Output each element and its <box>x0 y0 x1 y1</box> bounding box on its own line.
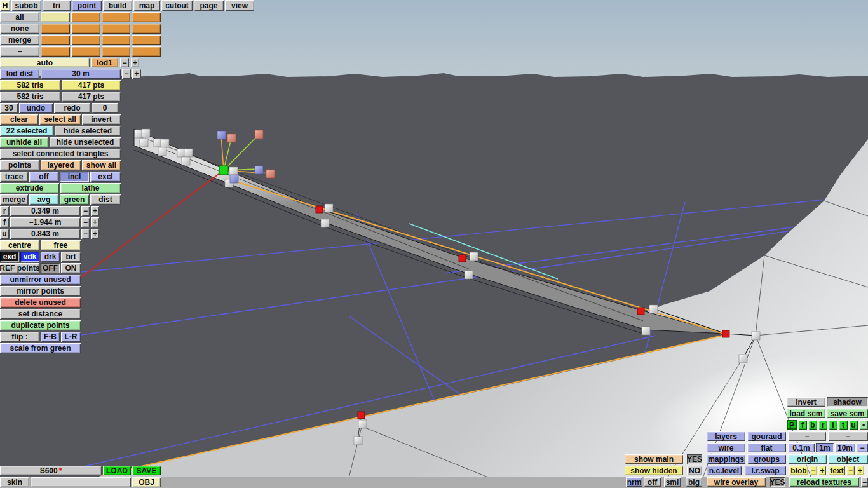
blob-minus[interactable]: − <box>810 466 817 475</box>
scm-slot-b[interactable]: b <box>808 420 817 430</box>
load-scm[interactable]: load scm <box>787 409 825 418</box>
model-name[interactable]: S600* <box>0 466 102 475</box>
undo-button[interactable]: undo <box>19 103 53 113</box>
mappings-button[interactable]: mappings <box>707 454 745 464</box>
shadow-toggle[interactable]: shadow <box>827 397 868 407</box>
scm-slot-p[interactable]: P <box>787 420 797 430</box>
unhide-all[interactable]: unhide all <box>0 137 48 147</box>
wire-nrm[interactable]: nrm <box>626 477 642 487</box>
ref-points-label[interactable]: REF points <box>0 263 39 273</box>
subobj-cell-r3c2[interactable] <box>71 35 100 45</box>
wire-off[interactable]: off <box>644 477 661 487</box>
scale-from-green[interactable]: scale from green <box>0 343 81 353</box>
blob-plus[interactable]: + <box>818 466 826 475</box>
subobj-cell-r4c1[interactable] <box>41 46 70 57</box>
centre-mode[interactable]: centre <box>0 240 39 250</box>
redo-button[interactable]: redo <box>54 103 90 113</box>
r-plus[interactable]: + <box>91 206 99 216</box>
wire-overlay-yes[interactable]: YES <box>770 477 785 487</box>
subobj-cell-r1c3[interactable] <box>102 12 130 22</box>
show-hidden-no[interactable]: NO <box>687 466 702 475</box>
subobj-cell-r2c3[interactable] <box>102 24 130 34</box>
scm-slot-r[interactable]: r <box>818 420 827 430</box>
shade-vdk[interactable]: vdk <box>20 252 39 262</box>
blob-button[interactable]: blob <box>789 466 808 475</box>
gouraud-button[interactable]: gouraud <box>747 431 786 441</box>
extrude-button[interactable]: extrude <box>0 183 59 193</box>
f-axis-label[interactable]: f <box>0 217 9 227</box>
grid-0-1m[interactable]: 0.1m <box>788 443 815 452</box>
wire-button[interactable]: wire <box>707 443 745 452</box>
menu-subob[interactable]: subob <box>11 0 41 11</box>
show-main-yes[interactable]: YES <box>687 454 702 464</box>
menu-build[interactable]: build <box>103 0 132 11</box>
duplicate-points[interactable]: duplicate points <box>0 320 81 330</box>
scm-slot-minus-2[interactable]: − <box>828 431 868 441</box>
lod-auto[interactable]: auto <box>0 58 90 67</box>
lr-swap[interactable]: l.r.swap <box>745 466 786 475</box>
lod-dist-minus[interactable]: − <box>122 69 131 79</box>
shade-drk[interactable]: drk <box>41 252 60 262</box>
unmirror-unused[interactable]: unmirror unused <box>0 274 81 285</box>
clear-selection[interactable]: clear <box>0 114 38 125</box>
show-main[interactable]: show main <box>625 454 683 464</box>
points-mode[interactable]: points <box>0 160 39 170</box>
grid-10m[interactable]: 10m <box>835 443 855 452</box>
show-all-mode[interactable]: show all <box>82 160 121 170</box>
subobj-cell-r4c2[interactable] <box>71 46 100 57</box>
invert-selection[interactable]: invert <box>82 114 121 125</box>
merge-green[interactable]: green <box>60 194 89 205</box>
trace-label[interactable]: trace <box>0 172 28 182</box>
r-value[interactable]: 0.349 m <box>10 206 80 216</box>
scm-slot-l[interactable]: l <box>829 420 837 430</box>
u-plus[interactable]: + <box>91 229 99 239</box>
lod-dist-value[interactable]: 30 m <box>41 69 121 79</box>
menu-page[interactable]: page <box>194 0 224 11</box>
shade-exd[interactable]: exd <box>0 252 19 262</box>
ref-points-off[interactable]: OFF <box>41 263 60 273</box>
scm-slot-u[interactable]: u <box>849 420 858 430</box>
scm-slot-minus-1[interactable]: − <box>788 431 826 441</box>
merge-avg[interactable]: avg <box>29 194 58 205</box>
flip-label[interactable]: flip : <box>0 332 39 342</box>
subobj-cell-r1c2[interactable] <box>71 12 100 22</box>
subobj-cell-r2c4[interactable] <box>132 24 161 34</box>
wire-big[interactable]: big <box>686 477 702 487</box>
show-hidden[interactable]: show hidden <box>625 466 683 475</box>
save-scm[interactable]: save scm <box>827 409 868 418</box>
subobj-minus[interactable]: − <box>0 46 39 57</box>
nc-level[interactable]: n.c.level <box>707 466 742 475</box>
menu-tri[interactable]: tri <box>43 0 71 11</box>
u-value[interactable]: 0.843 m <box>10 229 80 239</box>
menu-point-active[interactable]: point <box>72 0 102 11</box>
menu-view[interactable]: view <box>225 0 254 11</box>
subobj-merge[interactable]: merge <box>0 35 39 45</box>
obj-export[interactable]: OBJ <box>132 477 161 487</box>
save-button[interactable]: SAVE <box>132 466 161 475</box>
merge-points[interactable]: merge <box>0 194 28 205</box>
grid-minus[interactable]: − <box>857 443 868 452</box>
r-minus[interactable]: − <box>81 206 90 216</box>
lod-plus[interactable]: + <box>131 58 139 67</box>
delete-unused[interactable]: delete unused <box>0 297 81 308</box>
menu-map[interactable]: map <box>133 0 160 11</box>
subobj-cell-r3c4[interactable] <box>132 35 161 45</box>
trace-excl[interactable]: excl <box>90 172 121 182</box>
subobj-cell-r2c1[interactable] <box>41 24 70 34</box>
layers-button[interactable]: layers <box>707 431 745 441</box>
u-axis-label[interactable]: u <box>0 229 9 239</box>
wire-overlay[interactable]: wire overlay <box>707 477 766 487</box>
subobj-cell-r4c3[interactable] <box>102 46 130 57</box>
subobj-none[interactable]: none <box>0 24 39 34</box>
menu-h[interactable]: H <box>0 0 10 11</box>
f-minus[interactable]: − <box>81 217 90 227</box>
groups-button[interactable]: groups <box>747 454 786 464</box>
scm-slot-f[interactable]: f <box>798 420 807 430</box>
scm-slot-t[interactable]: t <box>839 420 848 430</box>
subobj-cell-r1c4[interactable] <box>132 12 161 22</box>
scm-dot-toggle[interactable]: • <box>859 420 868 430</box>
lathe-button[interactable]: lathe <box>60 183 121 193</box>
skin-path-field[interactable] <box>31 477 131 487</box>
text-minus[interactable]: − <box>846 466 855 475</box>
lod-dist-label[interactable]: lod dist <box>0 69 39 79</box>
